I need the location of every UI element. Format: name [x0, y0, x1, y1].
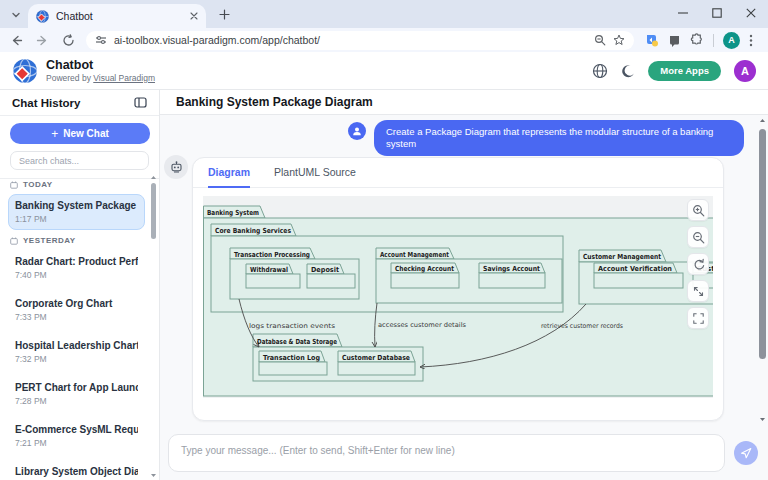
favicon-visual-paradigm-icon	[36, 10, 49, 23]
sidebar-scrollbar[interactable]	[149, 174, 158, 479]
reload-button[interactable]	[60, 32, 77, 49]
scroll-up-icon[interactable]	[759, 117, 766, 124]
message-composer	[160, 425, 768, 480]
back-button[interactable]	[8, 32, 25, 49]
pkg-customer-database-label: Customer Database	[342, 354, 410, 362]
browser-menu-icon[interactable]	[749, 34, 753, 47]
fullscreen-button[interactable]	[687, 307, 709, 329]
send-paper-plane-icon	[740, 447, 752, 459]
powered-by: Powered by Visual Paradigm	[46, 73, 155, 83]
chat-item[interactable]: PERT Chart for App Launch 7:28 PM	[8, 376, 145, 412]
package-diagram: Banking System Core Banking Services Tra…	[203, 196, 713, 398]
forward-button[interactable]	[34, 32, 51, 49]
site-settings-icon[interactable]	[95, 34, 107, 46]
chat-item[interactable]: Corporate Org Chart 7:33 PM	[8, 292, 145, 328]
edge-label-retrieves: retrieves customer records	[541, 322, 624, 330]
header-actions: More Apps A	[592, 60, 756, 82]
chat-item-active[interactable]: Banking System Package Dia... 1:17 PM	[8, 194, 145, 230]
pkg-account-management-label: Account Management	[380, 251, 450, 259]
fit-to-screen-button[interactable]	[687, 280, 709, 302]
more-apps-button[interactable]: More Apps	[648, 61, 721, 81]
browser-profile-avatar[interactable]: A	[723, 32, 740, 49]
bot-avatar	[164, 155, 188, 179]
url-bar[interactable]: ai-toolbox.visual-paradigm.com/app/chatb…	[86, 31, 634, 50]
new-tab-button[interactable]	[216, 6, 232, 22]
section-today: TODAY	[10, 180, 143, 189]
zoom-page-icon[interactable]	[594, 34, 606, 46]
pkg-core-banking-label: Core Banking Services	[215, 227, 291, 235]
app-titles: Chatbot Powered by Visual Paradigm	[46, 58, 155, 83]
chat-scrollbar[interactable]	[758, 117, 767, 423]
pkg-account-verification-label: Account Verification	[598, 265, 672, 273]
tab-plantuml-source[interactable]: PlantUML Source	[274, 166, 356, 188]
visual-paradigm-logo	[12, 58, 38, 84]
pkg-transaction-processing-label: Transaction Processing	[234, 251, 310, 259]
new-chat-label: New Chat	[63, 128, 109, 139]
calendar-icon	[10, 181, 18, 189]
pkg-withdrawal-label: Withdrawal	[250, 266, 288, 274]
send-button[interactable]	[734, 441, 758, 465]
language-globe-icon[interactable]	[592, 63, 608, 79]
pkg-savings-account-label: Savings Account	[483, 265, 541, 273]
diagram-canvas[interactable]: Banking System Core Banking Services Tra…	[203, 196, 713, 398]
user-message-avatar	[348, 122, 366, 140]
browser-toolbar: ai-toolbox.visual-paradigm.com/app/chatb…	[0, 28, 768, 52]
new-chat-button[interactable]: + New Chat	[10, 123, 150, 144]
user-message-bubble: Create a Package Diagram that represents…	[374, 120, 744, 156]
result-tabs: Diagram PlantUML Source	[193, 158, 723, 188]
collapse-sidebar-icon[interactable]	[134, 96, 147, 109]
chat-main: Banking System Package Diagram Create a …	[160, 90, 768, 480]
pkg-customer-management-label: Customer Management	[583, 253, 662, 261]
window-maximize-button[interactable]	[708, 4, 726, 22]
reset-view-button[interactable]	[687, 253, 709, 275]
plus-icon: +	[51, 127, 58, 141]
extensions-puzzle-icon[interactable]	[690, 33, 704, 47]
sidebar-scroll-thumb[interactable]	[151, 183, 156, 239]
scroll-down-icon[interactable]	[150, 472, 157, 479]
chat-history-sidebar: Chat History + New Chat TODAY Banking Sy…	[0, 90, 160, 480]
dark-extension-icon[interactable]	[668, 34, 681, 47]
chat-list: TODAY Banking System Package Dia... 1:17…	[0, 172, 149, 480]
tab-diagram[interactable]: Diagram	[208, 166, 250, 188]
app-header: Chatbot Powered by Visual Paradigm More …	[0, 52, 768, 90]
conversation-header: Banking System Package Diagram	[160, 90, 768, 115]
visual-paradigm-link[interactable]: Visual Paradigm	[93, 73, 155, 83]
chat-item[interactable]: Library System Object Diagr... 7:05 PM	[8, 460, 145, 480]
browser-tab-strip: Chatbot	[0, 0, 768, 28]
extensions-cluster: A	[645, 32, 753, 49]
bookmark-star-icon[interactable]	[613, 34, 625, 46]
tab-close-icon[interactable]	[190, 12, 198, 20]
pkg-banking-system-label: Banking System	[207, 209, 259, 217]
robot-icon	[170, 161, 183, 174]
scroll-down-icon[interactable]	[759, 416, 766, 423]
search-chats-input[interactable]	[19, 156, 140, 166]
window-controls	[674, 4, 760, 22]
sidebar-title: Chat History	[12, 97, 134, 109]
user-message-row: Create a Package Diagram that represents…	[160, 120, 744, 156]
message-input[interactable]	[168, 434, 725, 472]
browser-tab[interactable]: Chatbot	[28, 4, 206, 28]
pkg-deposit-label: Deposit	[311, 266, 340, 274]
sidebar-header: Chat History	[0, 90, 159, 116]
scroll-up-icon[interactable]	[150, 174, 157, 181]
diagram-result-card: Diagram PlantUML Source	[192, 157, 724, 421]
calendar-icon	[10, 237, 18, 245]
chat-scroll-thumb[interactable]	[759, 129, 766, 359]
zoom-in-button[interactable]	[687, 199, 709, 221]
chat-item[interactable]: E-Commerce SysML Require... 7:21 PM	[8, 418, 145, 454]
chat-item[interactable]: Radar Chart: Product Perfor... 7:40 PM	[8, 250, 145, 286]
drive-extension-icon[interactable]	[645, 33, 659, 47]
user-avatar[interactable]: A	[734, 60, 756, 82]
zoom-out-button[interactable]	[687, 226, 709, 248]
window-minimize-button[interactable]	[674, 4, 692, 22]
chat-item[interactable]: Hospital Leadership Chart 7:32 PM	[8, 334, 145, 370]
window-close-button[interactable]	[742, 4, 760, 22]
pkg-transaction-log-label: Transaction Log	[263, 354, 320, 362]
app-title: Chatbot	[46, 58, 155, 72]
app-content: Chat History + New Chat TODAY Banking Sy…	[0, 90, 768, 480]
person-icon	[352, 126, 362, 136]
search-chats-box[interactable]	[10, 151, 149, 170]
dark-mode-moon-icon[interactable]	[621, 64, 635, 78]
tab-search-chevron-icon[interactable]	[8, 7, 24, 23]
url-text[interactable]: ai-toolbox.visual-paradigm.com/app/chatb…	[114, 34, 587, 46]
